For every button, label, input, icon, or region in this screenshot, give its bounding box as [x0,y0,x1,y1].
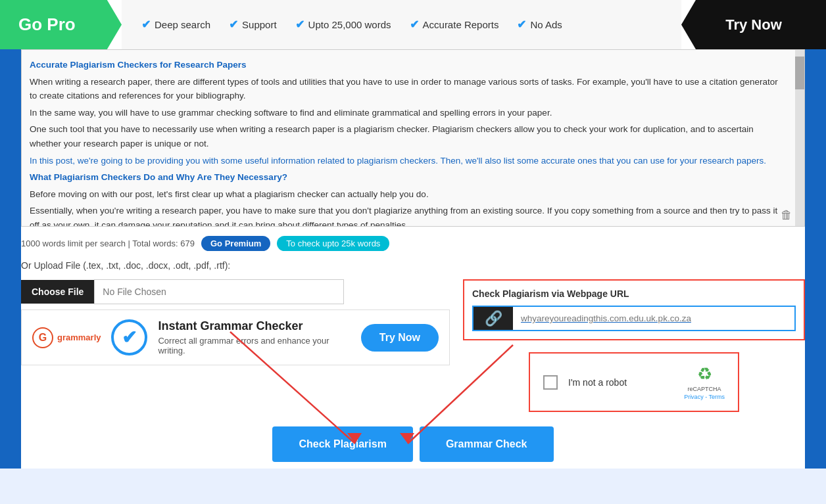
feature-deep-search: ✔ Deep search [141,18,210,32]
recaptcha-logo: ♻ reCAPTCHA Privacy - Terms [684,364,725,400]
blue-sidebar-right [805,49,826,469]
check-icon-1: ✔ [141,18,151,32]
upload-label: Or Upload File (.tex, .txt, .doc, .docx,… [21,260,230,271]
left-col: Choose File G grammarly ✔ Instant Gramma… [21,279,450,417]
try-now-banner-button[interactable]: Try Now [681,0,826,49]
check-icon-4: ✔ [410,18,419,32]
page-wrapper: Go Pro ✔ Deep search ✔ Support ✔ Upto 25… [0,0,826,469]
grammarly-logo-text: grammarly [57,332,101,342]
delete-icon[interactable]: 🗑 [781,208,792,222]
terms-link[interactable]: Terms [709,394,725,400]
captcha-label: I'm not a robot [568,377,673,388]
upload-section: Or Upload File (.tex, .txt, .doc, .docx,… [21,255,805,276]
recaptcha-icon: ♻ [697,364,712,384]
feature-label-3: Upto 25,000 words [308,19,391,30]
text-para-3: One such tool that you have to necessari… [30,122,785,150]
url-input-field[interactable] [513,307,794,330]
url-checker-box: Check Plagiarism via Webpage URL 🔗 [463,279,805,340]
feature-label-5: No Ads [530,19,562,30]
word-count-bar: 1000 words limit per search | Total word… [21,232,805,255]
go-pro-label: Go Pro [18,14,76,35]
go-pro-badge[interactable]: Go Pro [0,0,122,49]
grammarly-title: Instant Grammar Checker [158,319,350,333]
choose-file-button[interactable]: Choose File [21,280,94,304]
text-para-1: When writing a research paper, there are… [30,75,785,103]
recaptcha-text: reCAPTCHA [688,386,721,392]
feature-label-1: Deep search [155,19,210,30]
word-count-text: 1000 words limit per search | Total word… [21,239,195,248]
bottom-section: Choose File G grammarly ✔ Instant Gramma… [21,279,805,417]
text-para-6: Essentially, when you're writing a resea… [30,204,785,226]
grammarly-banner: G grammarly ✔ Instant Grammar Checker Co… [21,309,450,365]
check-25k-button[interactable]: To check upto 25k words [277,236,389,251]
url-input-row: 🔗 [472,306,796,331]
text-para-4: In this post, we're going to be providin… [30,154,785,168]
check-icon-2: ✔ [229,18,238,32]
feature-label-2: Support [242,19,277,30]
recaptcha-links: Privacy - Terms [684,394,725,400]
file-upload-row: Choose File [21,279,450,304]
feature-label-4: Accurate Reports [423,19,499,30]
captcha-checkbox[interactable] [543,375,558,390]
action-buttons: Check Plagiarism Grammar Check [21,417,805,469]
grammar-check-button[interactable]: Grammar Check [420,426,554,462]
grammarly-try-now-button[interactable]: Try Now [361,324,439,352]
feature-no-ads: ✔ No Ads [517,18,562,32]
grammarly-subtitle: Correct all grammar errors and enhance y… [158,336,350,355]
text-area-container: Accurate Plagiarism Checkers for Researc… [21,49,805,227]
text-para-5: Before moving on with our post, let's fi… [30,187,785,202]
right-col: Check Plagiarism via Webpage URL 🔗 I'm n… [463,279,805,417]
top-banner: Go Pro ✔ Deep search ✔ Support ✔ Upto 25… [0,0,826,49]
text-heading-1: Accurate Plagiarism Checkers for Researc… [30,58,785,72]
url-link-icon: 🔗 [474,307,513,330]
url-checker-title: Check Plagiarism via Webpage URL [472,288,796,299]
feature-words: ✔ Upto 25,000 words [295,18,391,32]
check-circle-icon: ✔ [111,319,147,355]
scrollbar-area[interactable] [795,50,804,226]
grammarly-text: Instant Grammar Checker Correct all gram… [158,319,350,355]
text-area-content[interactable]: Accurate Plagiarism Checkers for Researc… [22,50,804,226]
grammarly-g-icon: G [32,327,53,348]
try-now-banner-label: Try Now [725,16,782,34]
check-icon-5: ✔ [517,18,526,32]
blue-sidebar-left [0,49,21,469]
feature-reports: ✔ Accurate Reports [410,18,499,32]
scrollbar-thumb[interactable] [795,57,804,89]
privacy-link[interactable]: Privacy [684,394,704,400]
text-heading-2: What Plagiarism Checkers Do and Why Are … [30,170,785,185]
file-name-input[interactable] [94,279,344,304]
text-para-2: In the same way, you will have to use gr… [30,106,785,120]
feature-support: ✔ Support [229,18,277,32]
captcha-wrapper: I'm not a robot ♻ reCAPTCHA Privacy - Te… [463,347,805,417]
check-plagiarism-button[interactable]: Check Plagiarism [272,426,412,462]
grammarly-logo: G grammarly [32,327,101,348]
inner-content: Accurate Plagiarism Checkers for Researc… [21,49,805,469]
go-premium-button[interactable]: Go Premium [201,236,270,251]
banner-features: ✔ Deep search ✔ Support ✔ Upto 25,000 wo… [122,0,681,49]
captcha-box: I'm not a robot ♻ reCAPTCHA Privacy - Te… [529,352,739,412]
check-icon-3: ✔ [295,18,304,32]
